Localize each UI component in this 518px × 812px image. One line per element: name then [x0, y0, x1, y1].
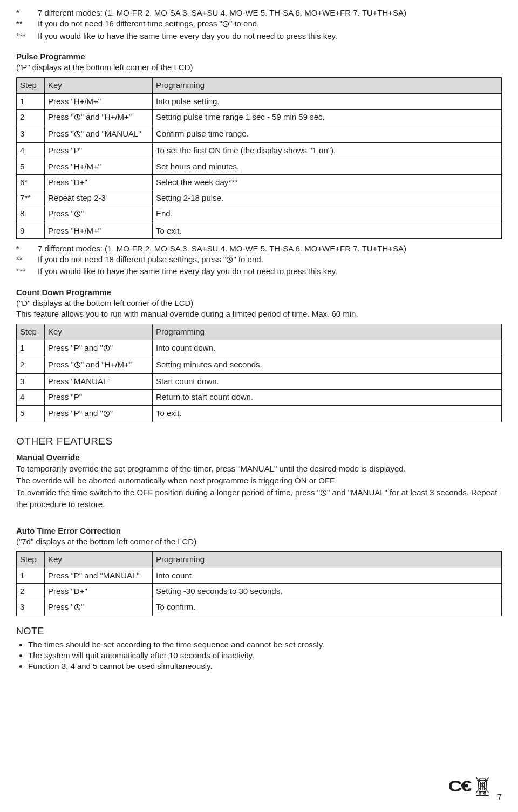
auto-correction-intro: ("7d" displays at the bottom left corner…	[16, 536, 502, 547]
cell-key: Press "" and "H+/M+"	[45, 357, 153, 373]
cell-programming: To confirm.	[153, 599, 502, 616]
manual-override-p1: To temporarily override the set programm…	[16, 463, 502, 474]
manual-override-p2: The override will be aborted automatical…	[16, 475, 502, 486]
cell-step: 1	[17, 93, 45, 109]
table-row: 2Press "" and "H+/M+"Setting pulse time …	[17, 109, 502, 126]
table-row: 2Press "" and "H+/M+"Setting minutes and…	[17, 357, 502, 373]
cell-step: 5	[17, 159, 45, 174]
clock-icon	[226, 255, 233, 266]
cell-step: 7**	[17, 190, 45, 206]
note-mark: ***	[16, 31, 38, 42]
note-item: The times should be set according to the…	[28, 639, 502, 650]
cell-key: Press "H+/M+"	[45, 223, 153, 238]
clock-icon	[74, 113, 81, 124]
th-step: Step	[17, 324, 45, 340]
clock-icon	[74, 209, 81, 220]
table-row: 1Press "P" and "MANUAL"Into count.	[17, 568, 502, 583]
note-row: * 7 different modes: (1. MO-FR 2. MO-SA …	[16, 243, 502, 254]
cell-programming: To set the first ON time (the display sh…	[153, 143, 502, 159]
th-key: Key	[45, 78, 153, 93]
cell-step: 6*	[17, 174, 45, 190]
countdown-table: Step Key Programming 1Press "P" and ""In…	[16, 324, 502, 422]
table-row: 3Press "" and "MANUAL"Confirm pulse time…	[17, 126, 502, 143]
note-mark: *	[16, 243, 38, 254]
cell-programming: Start count down.	[153, 374, 502, 390]
compliance-marks: C€	[450, 773, 492, 797]
weee-bin-icon	[473, 773, 492, 797]
cell-step: 9	[17, 223, 45, 238]
cell-step: 2	[17, 583, 45, 599]
svg-point-11	[484, 793, 486, 795]
countdown-title: Count Down Programme	[16, 287, 502, 298]
cell-step: 4	[17, 143, 45, 159]
note-row: *** If you would like to have the same t…	[16, 31, 502, 42]
ce-mark-icon: C€	[448, 775, 470, 797]
cell-programming: To exit.	[153, 405, 502, 422]
page-number: 7	[497, 791, 502, 802]
other-features-heading: OTHER FEATURES	[16, 434, 502, 448]
cell-step: 1	[17, 568, 45, 583]
cell-programming: Setting 2-18 pulse.	[153, 190, 502, 206]
cell-step: 3	[17, 599, 45, 616]
cell-key: Repeat step 2-3	[45, 190, 153, 206]
note-text: If you would like to have the same time …	[38, 31, 337, 42]
cell-programming: Select the week day***	[153, 174, 502, 190]
cell-programming: Into count down.	[153, 340, 502, 357]
cell-key: Press "" and "H+/M+"	[45, 109, 153, 126]
note-text: 7 different modes: (1. MO-FR 2. MO-SA 3.…	[38, 8, 406, 18]
table-row: 4Press "P"To set the first ON time (the …	[17, 143, 502, 159]
th-prog: Programming	[153, 552, 502, 568]
svg-point-10	[479, 793, 481, 795]
cell-programming: Set hours and minutes.	[153, 159, 502, 174]
note-text: 7 different modes: (1. MO-FR 2. MO-SA 3.…	[38, 243, 406, 254]
table-row: 1Press "H+/M+"Into pulse setting.	[17, 93, 502, 109]
clock-icon	[103, 344, 110, 354]
cell-programming: Into pulse setting.	[153, 93, 502, 109]
cell-key: Press "P"	[45, 143, 153, 159]
th-prog: Programming	[153, 78, 502, 93]
cell-programming: End.	[153, 206, 502, 223]
note-row: ** If you do not need 16 different time …	[16, 18, 502, 30]
top-notes: * 7 different modes: (1. MO-FR 2. MO-SA …	[16, 8, 502, 42]
pulse-title: Pulse Programme	[16, 51, 502, 62]
cell-key: Press "P" and "MANUAL"	[45, 568, 153, 583]
clock-icon	[222, 19, 229, 30]
table-row: 3Press "MANUAL"Start count down.	[17, 374, 502, 390]
cell-step: 4	[17, 390, 45, 405]
cell-step: 3	[17, 374, 45, 390]
cell-step: 3	[17, 126, 45, 143]
th-key: Key	[45, 324, 153, 340]
pulse-intro: ("P" displays at the bottom left corner …	[16, 62, 502, 73]
note-mark: ***	[16, 266, 38, 277]
table-header-row: Step Key Programming	[17, 78, 502, 93]
manual-override-p3: To override the time switch to the OFF p…	[16, 487, 502, 510]
auto-correction-table: Step Key Programming 1Press "P" and "MAN…	[16, 551, 502, 616]
cell-programming: Setting minutes and seconds.	[153, 357, 502, 373]
note-item: Function 3, 4 and 5 cannot be used simul…	[28, 661, 502, 672]
document-page: * 7 different modes: (1. MO-FR 2. MO-SA …	[0, 0, 518, 812]
cell-key: Press "P" and ""	[45, 405, 153, 422]
table-row: 3Press ""To confirm.	[17, 599, 502, 616]
auto-correction-title: Auto Time Error Correction	[16, 526, 502, 536]
table-row: 7**Repeat step 2-3Setting 2-18 pulse.	[17, 190, 502, 206]
cell-key: Press "" and "MANUAL"	[45, 126, 153, 143]
note-heading: NOTE	[16, 625, 502, 638]
table-row: 8Press ""End.	[17, 206, 502, 223]
note-text: If you do not need 16 different time set…	[38, 18, 259, 30]
note-text: If you would like to have the same time …	[38, 266, 337, 277]
cell-key: Press ""	[45, 599, 153, 616]
cell-step: 2	[17, 109, 45, 126]
cell-step: 2	[17, 357, 45, 373]
table-row: 4Press "P"Return to start count down.	[17, 390, 502, 405]
cell-programming: Return to start count down.	[153, 390, 502, 405]
cell-programming: To exit.	[153, 223, 502, 238]
note-row: ** If you do not need 18 different pulse…	[16, 254, 502, 266]
cell-key: Press "MANUAL"	[45, 374, 153, 390]
th-step: Step	[17, 78, 45, 93]
note-item: The system will quit automatically after…	[28, 650, 502, 661]
cell-key: Press "D+"	[45, 583, 153, 599]
table-row: 6*Press "D+"Select the week day***	[17, 174, 502, 190]
pulse-table: Step Key Programming 1Press "H+/M+"Into …	[16, 77, 502, 239]
table-row: 2Press "D+"Setting -30 seconds to 30 sec…	[17, 583, 502, 599]
table-row: 5Press "P" and ""To exit.	[17, 405, 502, 422]
